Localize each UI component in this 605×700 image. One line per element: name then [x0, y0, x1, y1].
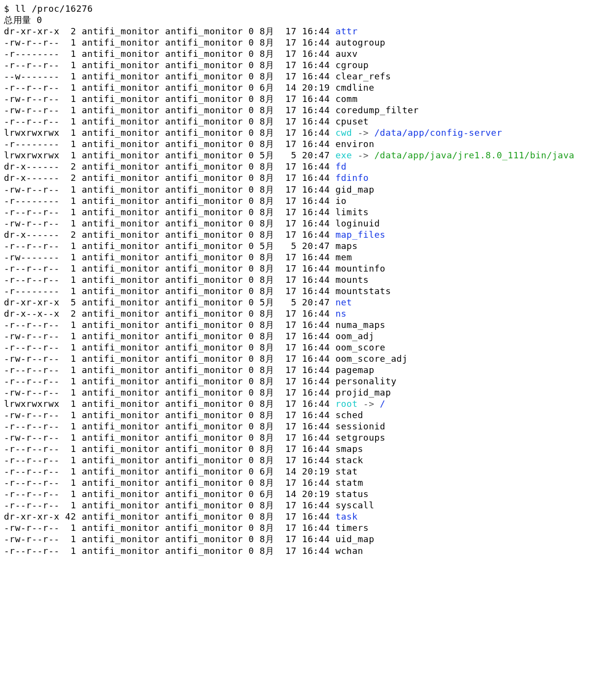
- size: 0: [249, 365, 254, 375]
- owner: antifi_monitor: [82, 150, 160, 160]
- time: 20:19: [302, 466, 330, 476]
- links: 1: [59, 218, 76, 228]
- month: 8月: [260, 376, 280, 386]
- month: 8月: [260, 523, 280, 533]
- file-name-oom_adj: oom_adj: [335, 331, 374, 341]
- size: 0: [249, 320, 254, 330]
- month: 8月: [260, 353, 280, 364]
- size: 0: [249, 105, 254, 115]
- size: 0: [249, 331, 254, 341]
- links: 1: [59, 523, 76, 533]
- perm: -r--r--r--: [4, 241, 59, 251]
- owner: antifi_monitor: [82, 196, 160, 206]
- group: antifi_monitor: [165, 161, 243, 172]
- file-name-fdinfo: fdinfo: [335, 173, 369, 183]
- time: 16:44: [302, 26, 330, 36]
- month: 6月: [260, 489, 280, 499]
- group: antifi_monitor: [165, 523, 243, 533]
- time: 16:44: [302, 161, 330, 172]
- time: 16:44: [302, 444, 330, 454]
- time: 16:44: [302, 94, 330, 104]
- month: 8月: [260, 365, 280, 375]
- perm: -r--r--r--: [4, 60, 59, 70]
- size: 0: [249, 308, 254, 319]
- month: 8月: [260, 432, 280, 443]
- day: 17: [280, 500, 297, 510]
- perm: -r--r--r--: [4, 275, 59, 285]
- group: antifi_monitor: [165, 466, 243, 476]
- size: 0: [249, 387, 254, 398]
- perm: -rw-r--r--: [4, 184, 59, 195]
- group: antifi_monitor: [165, 60, 243, 70]
- month: 8月: [260, 105, 280, 115]
- group: antifi_monitor: [165, 196, 243, 206]
- links: 1: [59, 399, 76, 409]
- links: 1: [59, 353, 76, 364]
- perm: --w-------: [4, 71, 59, 81]
- perm: lrwxrwxrwx: [4, 127, 59, 138]
- links: 1: [59, 489, 76, 499]
- size: 0: [249, 286, 254, 296]
- file-name-cgroup: cgroup: [335, 60, 369, 70]
- links: 1: [59, 82, 76, 93]
- owner: antifi_monitor: [82, 105, 160, 115]
- links: 1: [59, 534, 76, 544]
- owner: antifi_monitor: [82, 320, 160, 330]
- file-name-oom_score_adj: oom_score_adj: [335, 353, 407, 364]
- perm: -rw-r--r--: [4, 410, 59, 420]
- size: 0: [249, 184, 254, 195]
- owner: antifi_monitor: [82, 173, 160, 183]
- owner: antifi_monitor: [82, 82, 160, 93]
- month: 6月: [260, 82, 280, 93]
- file-name-maps: maps: [335, 241, 357, 251]
- time: 16:44: [302, 399, 330, 409]
- time: 16:44: [302, 275, 330, 285]
- day: 17: [280, 229, 297, 240]
- day: 17: [280, 376, 297, 386]
- links: 1: [59, 94, 76, 104]
- links: 1: [59, 71, 76, 81]
- month: 6月: [260, 466, 280, 476]
- day: 17: [280, 399, 297, 409]
- owner: antifi_monitor: [82, 432, 160, 443]
- file-name-autogroup: autogroup: [335, 37, 385, 48]
- size: 0: [249, 173, 254, 183]
- day: 17: [280, 207, 297, 217]
- owner: antifi_monitor: [82, 116, 160, 126]
- links: 1: [59, 365, 76, 375]
- day: 17: [280, 320, 297, 330]
- file-name-sessionid: sessionid: [335, 421, 385, 431]
- day: 17: [280, 116, 297, 126]
- owner: antifi_monitor: [82, 342, 160, 352]
- day: 17: [280, 37, 297, 48]
- month: 8月: [260, 116, 280, 126]
- perm: -r--r--r--: [4, 376, 59, 386]
- file-name-setgroups: setgroups: [335, 432, 385, 443]
- month: 8月: [260, 534, 280, 544]
- perm: -rw-r--r--: [4, 105, 59, 115]
- perm: -r--r--r--: [4, 444, 59, 454]
- perm: -r--r--r--: [4, 466, 59, 476]
- group: antifi_monitor: [165, 376, 243, 386]
- perm: -r--r--r--: [4, 500, 59, 510]
- links: 1: [59, 444, 76, 454]
- file-name-cpuset: cpuset: [335, 116, 369, 126]
- day: 17: [280, 105, 297, 115]
- owner: antifi_monitor: [82, 489, 160, 499]
- time: 16:44: [302, 139, 330, 149]
- day: 17: [280, 477, 297, 488]
- day: 17: [280, 342, 297, 352]
- group: antifi_monitor: [165, 286, 243, 296]
- size: 0: [249, 444, 254, 454]
- symlink-target: /data/app/java/jre1.8.0_111/bin/java: [375, 150, 575, 160]
- group: antifi_monitor: [165, 399, 243, 409]
- size: 0: [249, 94, 254, 104]
- size: 0: [249, 534, 254, 544]
- day: 14: [280, 489, 297, 499]
- shell-prompt[interactable]: $ ll /proc/16276: [4, 3, 93, 14]
- day: 17: [280, 252, 297, 262]
- group: antifi_monitor: [165, 331, 243, 341]
- links: 1: [59, 207, 76, 217]
- size: 0: [249, 150, 254, 160]
- links: 1: [59, 546, 76, 556]
